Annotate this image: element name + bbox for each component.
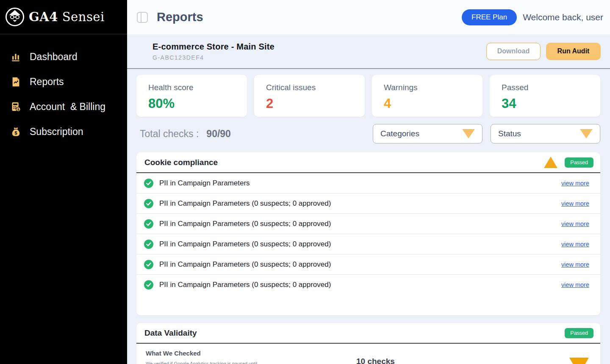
check-row: PII in Campaign Parameters (0 suspects; … bbox=[136, 193, 600, 214]
view-more-link[interactable]: view more bbox=[561, 200, 589, 207]
section-title: Data Validaity bbox=[144, 328, 197, 338]
check-title: PII in Campaign Parameters (0 suspects; … bbox=[159, 220, 331, 228]
check-row: PII in Campaign Parameters (0 suspects; … bbox=[136, 214, 600, 234]
expand-triangle-icon[interactable] bbox=[569, 358, 589, 364]
download-button[interactable]: Download bbox=[486, 43, 541, 60]
check-circle-icon bbox=[144, 199, 153, 208]
stat-label: Passed bbox=[502, 83, 588, 92]
stat-card-health-score: Health score 80% bbox=[136, 75, 247, 117]
sidebar-item-label: Dashboard bbox=[30, 51, 78, 63]
check-row: PII in Campaign Parameters (0 suspects; … bbox=[136, 254, 600, 275]
property-actions: Download Run Audit bbox=[486, 43, 601, 60]
check-title: PII in Campaign Parameters (0 suspects; … bbox=[159, 199, 331, 208]
top-bar: Reports FREE Plan Welcome back, user bbox=[127, 0, 610, 34]
view-more-link[interactable]: view more bbox=[561, 261, 589, 268]
check-title: PII in Campaign Parameters (0 suspects; … bbox=[159, 281, 331, 289]
chevron-down-icon bbox=[462, 129, 475, 138]
stat-value: 2 bbox=[266, 96, 353, 111]
bar-chart-icon bbox=[10, 51, 22, 63]
sidebar: GA4 Sensei Dashboard Reports bbox=[0, 0, 127, 364]
stat-card-critical-issues: Critical issues 2 bbox=[254, 75, 365, 117]
property-id: G-ABC123DEF4 bbox=[152, 54, 274, 61]
top-bar-right: FREE Plan Welcome back, user bbox=[462, 9, 603, 25]
total-checks-label: Total checks : bbox=[140, 128, 199, 140]
checks-count: 10 checks bbox=[356, 357, 395, 364]
check-row: PII in Campaign Parameters (0 suspects; … bbox=[136, 275, 600, 295]
sensei-face-icon bbox=[5, 7, 25, 27]
check-title: PII in Campaign Parameters bbox=[159, 179, 250, 188]
view-more-link[interactable]: view more bbox=[561, 241, 589, 248]
view-more-link[interactable]: view more bbox=[561, 180, 589, 187]
what-we-checked-title: What We Checked bbox=[146, 350, 591, 357]
stats-row: Health score 80% Critical issues 2 Warni… bbox=[136, 75, 600, 117]
section-header-right: Passed bbox=[565, 328, 593, 338]
check-circle-icon bbox=[144, 219, 153, 229]
report-document-icon bbox=[10, 76, 22, 88]
section-title: Cookie compliance bbox=[144, 158, 218, 167]
sidebar-item-subscription[interactable]: $ Subscription bbox=[0, 119, 127, 144]
property-info: E-commerce Store - Main Site G-ABC123DEF… bbox=[152, 42, 274, 61]
stat-value: 34 bbox=[502, 96, 588, 111]
plan-badge[interactable]: FREE Plan bbox=[462, 9, 517, 25]
sidebar-item-label: Subscription bbox=[30, 126, 83, 138]
brand-name: GA4 Sensei bbox=[29, 10, 105, 24]
total-checks-value: 90/90 bbox=[206, 128, 231, 140]
brand-logo[interactable]: GA4 Sensei bbox=[0, 0, 127, 34]
filters-row: Total checks : 90/90 Categories Status bbox=[136, 124, 600, 143]
collapse-triangle-icon[interactable] bbox=[544, 157, 557, 168]
section-data-validaity: Data Validaity Passed What We Checked We… bbox=[136, 323, 600, 364]
run-audit-button[interactable]: Run Audit bbox=[546, 43, 601, 60]
property-name: E-commerce Store - Main Site bbox=[152, 42, 274, 52]
property-header: E-commerce Store - Main Site G-ABC123DEF… bbox=[127, 34, 610, 69]
check-circle-icon bbox=[144, 179, 153, 188]
status-badge: Passed bbox=[565, 157, 593, 168]
sidebar-item-label: Account & Billing bbox=[30, 101, 105, 113]
categories-dropdown[interactable]: Categories bbox=[373, 124, 482, 143]
section-header-right: Passed bbox=[544, 157, 593, 168]
check-circle-icon bbox=[144, 260, 153, 269]
status-dropdown[interactable]: Status bbox=[491, 124, 600, 143]
stat-label: Health score bbox=[148, 83, 235, 92]
stat-label: Critical issues bbox=[266, 83, 353, 92]
stat-card-warnings: Warnings 4 bbox=[372, 75, 482, 117]
section-header: Data Validaity Passed bbox=[136, 323, 600, 344]
check-row: PII in Campaign Parameters view more bbox=[136, 173, 600, 193]
status-badge: Passed bbox=[565, 328, 593, 338]
check-circle-icon bbox=[144, 240, 153, 249]
page-title: Reports bbox=[157, 10, 203, 24]
sidebar-item-reports[interactable]: Reports bbox=[0, 69, 127, 94]
billing-calculator-icon: $ bbox=[10, 101, 22, 113]
stat-card-passed: Passed 34 bbox=[490, 75, 600, 117]
categories-dropdown-label: Categories bbox=[380, 129, 419, 138]
stat-label: Warnings bbox=[384, 83, 471, 92]
section-header: Cookie compliance Passed bbox=[136, 152, 600, 173]
view-more-link[interactable]: view more bbox=[561, 221, 589, 227]
stat-value: 80% bbox=[148, 96, 235, 111]
check-circle-icon bbox=[144, 280, 153, 290]
section-cookie-compliance: Cookie compliance Passed PII in Campaign… bbox=[136, 152, 600, 315]
check-row: PII in Campaign Parameters (0 suspects; … bbox=[136, 234, 600, 254]
check-title: PII in Campaign Parameters (0 suspects; … bbox=[159, 240, 331, 248]
chevron-down-icon bbox=[580, 129, 593, 138]
money-bag-icon: $ bbox=[10, 126, 22, 138]
sidebar-toggle-icon[interactable] bbox=[135, 10, 150, 25]
svg-text:$: $ bbox=[17, 108, 19, 111]
stat-value: 4 bbox=[384, 96, 471, 111]
view-more-link[interactable]: view more bbox=[561, 281, 589, 288]
check-title: PII in Campaign Parameters (0 suspects; … bbox=[159, 260, 331, 269]
sidebar-item-label: Reports bbox=[30, 76, 64, 88]
svg-text:$: $ bbox=[15, 130, 17, 135]
sidebar-nav: Dashboard Reports $ Account bbox=[0, 44, 127, 144]
sidebar-item-dashboard[interactable]: Dashboard bbox=[0, 44, 127, 69]
sidebar-item-account-billing[interactable]: $ Account & Billing bbox=[0, 94, 127, 119]
welcome-text: Welcome back, user bbox=[523, 12, 603, 22]
status-dropdown-label: Status bbox=[498, 129, 521, 138]
